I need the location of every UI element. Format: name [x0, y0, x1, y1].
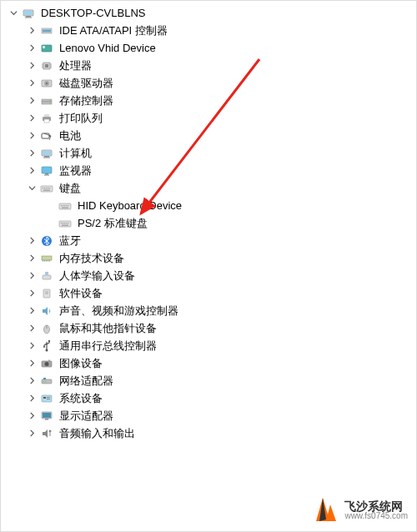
category-label: 计算机	[59, 146, 92, 161]
printer-icon	[39, 111, 54, 126]
caret-right-icon[interactable]	[26, 165, 38, 177]
pci-icon	[39, 41, 54, 56]
device-category-node[interactable]: 监视器	[8, 162, 416, 179]
caret-right-icon[interactable]	[26, 305, 38, 317]
caret-right-icon[interactable]	[26, 375, 38, 387]
watermark-logo-icon	[314, 498, 339, 523]
caret-right-icon[interactable]	[26, 358, 38, 369]
caret-right-icon[interactable]	[26, 113, 38, 124]
device-category-node[interactable]: 图像设备	[8, 354, 416, 372]
category-label: 蓝牙	[59, 233, 81, 248]
storage-icon	[39, 93, 54, 108]
device-category-node[interactable]: 打印队列	[8, 109, 416, 127]
software-icon	[39, 286, 54, 301]
system-icon	[39, 391, 54, 406]
device-category-node[interactable]: 通用串行总线控制器	[8, 337, 416, 354]
mouse-icon	[39, 321, 54, 336]
device-category-node[interactable]: 鼠标和其他指针设备	[8, 319, 416, 337]
device-category-node[interactable]: 蓝牙	[8, 232, 416, 249]
keyboard-icon	[58, 216, 73, 231]
category-label: 声音、视频和游戏控制器	[59, 304, 178, 319]
memory-icon	[39, 251, 54, 266]
root-node[interactable]: DESKTOP-CVLBLNS	[8, 4, 416, 22]
keyboard-child[interactable]: PS/2 标准键盘	[8, 214, 416, 232]
category-label: 系统设备	[59, 391, 103, 406]
category-label: 图像设备	[59, 356, 103, 371]
battery-icon	[39, 128, 54, 143]
device-category-node[interactable]: 磁盘驱动器	[8, 74, 416, 92]
watermark-title: 飞沙系统网	[344, 500, 408, 512]
caret-right-icon[interactable]	[26, 130, 38, 142]
device-category-node[interactable]: 显示适配器	[8, 407, 416, 424]
caret-right-icon[interactable]	[26, 270, 38, 282]
device-category-node[interactable]: 声音、视频和游戏控制器	[8, 302, 416, 319]
category-label: 鼠标和其他指针设备	[59, 321, 157, 336]
display-icon	[39, 409, 54, 424]
caret-right-icon[interactable]	[26, 340, 38, 352]
device-category-node[interactable]: 人体学输入设备	[8, 267, 416, 284]
category-label: 电池	[59, 128, 81, 143]
camera-icon	[39, 356, 54, 371]
usb-icon	[39, 339, 54, 354]
ide-icon	[39, 23, 54, 38]
caret-right-icon[interactable]	[26, 43, 38, 54]
device-manager-tree[interactable]: DESKTOP-CVLBLNS IDE ATA/ATAPI 控制器Lenovo …	[1, 1, 416, 442]
caret-right-icon[interactable]	[26, 323, 38, 334]
device-category-node[interactable]: 处理器	[8, 57, 416, 74]
keyboard-child-label: HID Keyboard Device	[78, 199, 182, 212]
computer-icon	[21, 6, 36, 21]
hid-icon	[39, 269, 54, 284]
root-label: DESKTOP-CVLBLNS	[41, 7, 145, 19]
caret-right-icon[interactable]	[26, 148, 38, 159]
category-label: 磁盘驱动器	[59, 76, 113, 91]
device-category-node[interactable]: 电池	[8, 127, 416, 144]
keyboard-node[interactable]: 键盘	[8, 179, 416, 197]
bluetooth-icon	[39, 233, 54, 248]
caret-right-icon[interactable]	[26, 428, 38, 439]
caret-right-icon[interactable]	[26, 95, 38, 107]
disk-icon	[39, 76, 54, 91]
caret-down-icon[interactable]	[8, 8, 19, 19]
device-category-node[interactable]: 内存技术设备	[8, 249, 416, 267]
category-label: 内存技术设备	[59, 251, 124, 266]
watermark: 飞沙系统网 www.fs0745.com	[314, 498, 408, 523]
caret-right-icon[interactable]	[26, 25, 38, 37]
audio-icon	[39, 304, 54, 319]
device-category-node[interactable]: 系统设备	[8, 389, 416, 407]
watermark-url: www.fs0745.com	[344, 512, 408, 520]
caret-right-icon[interactable]	[26, 410, 38, 422]
computer-icon	[39, 146, 54, 161]
category-label: 存储控制器	[59, 93, 113, 108]
device-category-node[interactable]: 存储控制器	[8, 92, 416, 109]
category-label: Lenovo Vhid Device	[59, 42, 156, 54]
keyboard-child-label: PS/2 标准键盘	[78, 216, 148, 231]
keyboard-icon	[39, 181, 54, 196]
device-category-node[interactable]: 网络适配器	[8, 372, 416, 389]
device-category-node[interactable]: 软件设备	[8, 284, 416, 302]
caret-down-icon[interactable]	[26, 183, 38, 194]
device-category-node[interactable]: Lenovo Vhid Device	[8, 39, 416, 57]
network-icon	[39, 374, 54, 389]
device-category-node[interactable]: 音频输入和输出	[8, 424, 416, 442]
keyboard-label: 键盘	[59, 181, 81, 196]
caret-right-icon[interactable]	[26, 235, 38, 247]
category-label: 通用串行总线控制器	[59, 339, 157, 354]
cpu-icon	[39, 58, 54, 73]
category-label: IDE ATA/ATAPI 控制器	[59, 23, 168, 38]
category-label: 人体学输入设备	[59, 269, 135, 284]
keyboard-child[interactable]: HID Keyboard Device	[8, 197, 416, 214]
keyboard-icon	[58, 198, 73, 213]
category-label: 打印队列	[59, 111, 103, 126]
device-category-node[interactable]: IDE ATA/ATAPI 控制器	[8, 22, 416, 39]
device-category-node[interactable]: 计算机	[8, 144, 416, 162]
caret-right-icon[interactable]	[26, 60, 38, 72]
caret-right-icon[interactable]	[26, 393, 38, 404]
caret-right-icon[interactable]	[26, 288, 38, 299]
audioio-icon	[39, 426, 54, 441]
category-label: 监视器	[59, 163, 92, 178]
category-label: 音频输入和输出	[59, 426, 135, 441]
caret-right-icon[interactable]	[26, 253, 38, 264]
caret-right-icon[interactable]	[26, 78, 38, 89]
category-label: 软件设备	[59, 286, 103, 301]
monitor-icon	[39, 163, 54, 178]
